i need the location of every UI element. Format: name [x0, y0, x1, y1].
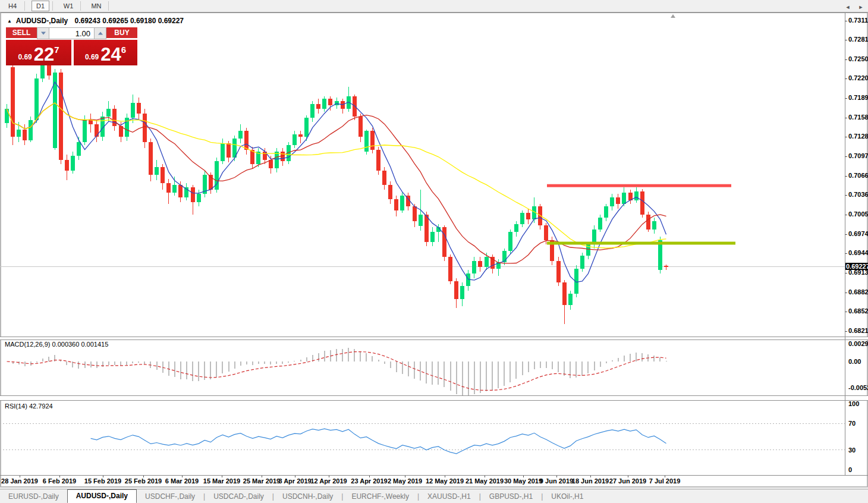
candle-body: [293, 134, 297, 145]
timeframe-button-d1[interactable]: D1: [32, 1, 49, 11]
sell-price-pip: 7: [54, 40, 59, 60]
timeframe-toolbar: H4D1W1MN: [0, 0, 868, 12]
candle-body: [616, 197, 620, 204]
pane-splitter[interactable]: [0, 395, 868, 401]
candle-body: [131, 103, 135, 118]
macd-axis-label: 0.00: [848, 358, 861, 365]
candle-body: [640, 191, 644, 215]
candle-body: [472, 261, 476, 273]
price-axis-tick: [845, 59, 847, 60]
time-axis-tick: [143, 476, 144, 477]
price-axis-tick: [845, 156, 847, 157]
sell-price-prefix: 0.69: [18, 51, 32, 64]
candle-body: [382, 171, 386, 185]
tab-scroll-left-button[interactable]: ◄: [843, 3, 853, 11]
candle-body: [59, 73, 63, 160]
time-axis-tick: [445, 476, 445, 477]
chart-ohlc-values: 0.69243 0.69265 0.69180 0.69227: [75, 17, 184, 25]
time-axis-label: 28 Jan 2019: [1, 477, 38, 485]
candle-body: [419, 215, 423, 226]
candle-body: [143, 114, 147, 142]
chart-tab-gbpusdh1[interactable]: GBPUSD-,H1: [481, 491, 541, 503]
candle-body: [400, 196, 404, 210]
candle-body: [370, 131, 375, 150]
volume-input[interactable]: [49, 27, 94, 39]
timeframe-button-w1[interactable]: W1: [59, 1, 77, 11]
time-axis-label: 18 Jun 2019: [572, 477, 609, 485]
rsi-indicator-pane[interactable]: [0, 401, 845, 475]
buy-button[interactable]: BUY: [106, 27, 137, 39]
candle-body: [328, 99, 332, 105]
price-axis-label: 0.70360: [848, 191, 868, 198]
candle-body: [413, 206, 417, 221]
time-axis-label: 25 Feb 2019: [125, 477, 162, 485]
time-axis-tick: [182, 476, 183, 477]
candle-body: [544, 225, 548, 240]
candle-body: [580, 256, 584, 268]
time-axis-label: 15 Mar 2019: [203, 477, 240, 485]
candle-body: [430, 232, 435, 242]
chart-tab-ukoilh1[interactable]: UKOil-,H1: [543, 491, 592, 503]
toolbar-separator: [80, 1, 81, 11]
chart-tab-bar: EURUSD-,DailyAUDUSD-,DailyUSDCHF-,Daily|…: [0, 489, 868, 503]
toolbar-separator: [108, 1, 109, 11]
chart-tab-usdcnhdaily[interactable]: USDCNH-,Daily: [274, 491, 341, 503]
candle-body: [47, 64, 51, 76]
time-axis-label: 12 Apr 2019: [310, 477, 347, 485]
chart-tab-eurchfweekly[interactable]: EURCHF-,Weekly: [343, 491, 417, 503]
buy-price-prefix: 0.69: [85, 51, 99, 64]
candle-body: [178, 185, 183, 197]
chart-tab-eurusddaily[interactable]: EURUSD-,Daily: [0, 491, 67, 503]
candle-body: [514, 224, 518, 232]
symbol-collapse-icon[interactable]: ▲: [7, 18, 12, 24]
chart-tab-audusddaily[interactable]: AUDUSD-,Daily: [67, 489, 137, 503]
candle-body: [244, 131, 249, 150]
candle-body: [298, 134, 303, 137]
buy-price-box[interactable]: 0.69 24 6: [74, 40, 137, 65]
price-axis-tick: [845, 21, 847, 21]
candle-body: [11, 67, 15, 137]
candle-body: [364, 131, 369, 152]
candle-body: [197, 194, 201, 202]
price-axis-tick: [845, 98, 847, 99]
rsi-axis-label: 0: [848, 466, 852, 473]
tab-scroll-arrows: ◄ ►: [843, 3, 866, 11]
time-axis-label: 6 Mar 2019: [165, 477, 199, 485]
price-axis-tick: [845, 195, 847, 196]
sell-price-main: 22: [34, 46, 54, 64]
time-axis-label: 6 Feb 2019: [43, 477, 76, 485]
candle-body: [424, 215, 429, 242]
time-axis-tick: [20, 476, 20, 477]
volume-decrease-button[interactable]: [37, 27, 49, 39]
chart-tab-usdcaddaily[interactable]: USDCAD-,Daily: [205, 491, 272, 503]
candle-body: [394, 199, 398, 210]
volume-increase-button[interactable]: [94, 27, 106, 39]
candle-body: [221, 143, 225, 161]
candle-body: [275, 152, 279, 169]
rsi-label: RSI(14) 42.7924: [5, 403, 53, 410]
price-axis-label: 0.70050: [848, 210, 868, 218]
time-axis-label: 25 Mar 2019: [243, 477, 280, 485]
chart-shift-marker-icon[interactable]: [671, 14, 675, 18]
macd-indicator-pane[interactable]: [0, 340, 845, 395]
time-axis-tick: [485, 476, 485, 477]
tab-scroll-right-button[interactable]: ►: [856, 3, 866, 11]
price-axis-label: 0.69745: [848, 230, 868, 237]
time-axis-tick: [628, 476, 628, 477]
candle-body: [646, 215, 650, 229]
candle-body: [478, 261, 482, 268]
chart-tab-xauusdh1[interactable]: XAUUSD-,H1: [419, 491, 479, 503]
candle-body: [460, 286, 464, 298]
price-axis-tick: [845, 137, 847, 137]
sell-button[interactable]: SELL: [6, 27, 37, 39]
candle-body: [353, 96, 357, 117]
pane-splitter[interactable]: [0, 337, 868, 340]
timeframe-button-mn[interactable]: MN: [87, 1, 105, 11]
sell-price-box[interactable]: 0.69 22 7: [6, 40, 71, 65]
chart-tab-usdchfdaily[interactable]: USDCHF-,Daily: [137, 491, 203, 503]
time-axis-label: 9 Jun 2019: [540, 477, 573, 485]
timeframe-button-h4[interactable]: H4: [4, 1, 21, 11]
candle-body: [137, 103, 141, 114]
candle-body: [304, 118, 309, 137]
price-axis-tick: [845, 331, 847, 332]
